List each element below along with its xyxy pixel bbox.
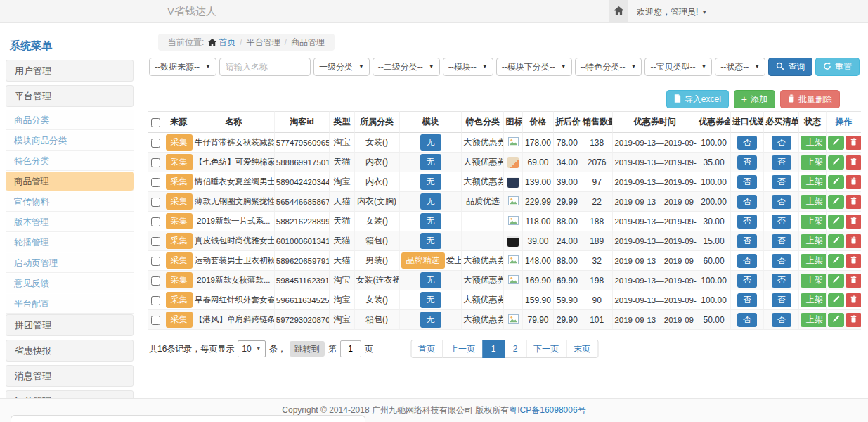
- sidebar-item-1[interactable]: 用户管理: [6, 60, 134, 82]
- edit-button[interactable]: [828, 136, 844, 150]
- import-excel-button[interactable]: 导入excel: [666, 90, 729, 108]
- name-search-input[interactable]: [219, 58, 311, 76]
- per-page-select[interactable]: 10 ▼: [238, 340, 265, 357]
- jump-page-input[interactable]: [340, 340, 361, 357]
- delete-button[interactable]: [846, 136, 861, 150]
- delete-button[interactable]: [846, 215, 861, 229]
- delete-button[interactable]: [846, 293, 861, 307]
- edit-button[interactable]: [828, 175, 844, 189]
- must-buy-toggle[interactable]: 否: [772, 293, 791, 307]
- filter-select-4[interactable]: --二级分类--▼: [373, 58, 440, 76]
- jump-to-button[interactable]: 跳转到: [290, 341, 325, 357]
- status-button[interactable]: 上架: [801, 195, 826, 209]
- query-button[interactable]: 查询: [768, 58, 812, 76]
- import-optimal-toggle[interactable]: 否: [737, 175, 757, 189]
- import-optimal-toggle[interactable]: 否: [737, 293, 757, 307]
- edit-button[interactable]: [828, 234, 844, 248]
- edit-button[interactable]: [828, 274, 844, 288]
- must-buy-toggle[interactable]: 否: [772, 175, 791, 189]
- row-checkbox[interactable]: [151, 296, 160, 305]
- user-menu[interactable]: 欢迎您，管理员! ▼: [637, 6, 707, 18]
- first-page-button[interactable]: 首页: [410, 340, 443, 358]
- edit-button[interactable]: [828, 293, 844, 307]
- sidebar-item-12[interactable]: 平台配置: [6, 294, 134, 314]
- sidebar-item-2[interactable]: 平台管理: [6, 85, 134, 107]
- import-optimal-toggle[interactable]: 否: [737, 155, 757, 170]
- filter-select-1[interactable]: --数据来源--▼: [149, 58, 216, 76]
- delete-button[interactable]: [846, 155, 861, 170]
- import-optimal-toggle[interactable]: 否: [737, 195, 757, 209]
- header-home-button[interactable]: [609, 0, 628, 22]
- row-checkbox[interactable]: [151, 276, 160, 286]
- delete-button[interactable]: [846, 274, 861, 288]
- icp-link[interactable]: 粤ICP备16098006号: [509, 404, 585, 416]
- filter-select-3[interactable]: 一级分类▼: [313, 58, 370, 76]
- edit-button[interactable]: [828, 254, 844, 268]
- delete-button[interactable]: [846, 234, 861, 248]
- delete-button[interactable]: [846, 254, 861, 268]
- must-buy-toggle[interactable]: 否: [772, 313, 791, 327]
- row-checkbox[interactable]: [151, 257, 160, 266]
- import-optimal-toggle[interactable]: 否: [737, 313, 757, 327]
- filter-select-6[interactable]: --模块下分类--▼: [496, 58, 572, 76]
- sidebar-item-14[interactable]: 省惠快报: [6, 340, 134, 362]
- filter-select-5[interactable]: --模块--▼: [443, 58, 493, 76]
- status-button[interactable]: 上架: [801, 313, 826, 327]
- must-buy-toggle[interactable]: 否: [772, 136, 791, 150]
- delete-button[interactable]: [846, 195, 861, 209]
- status-button[interactable]: 上架: [801, 274, 826, 288]
- status-button[interactable]: 上架: [801, 293, 826, 307]
- sidebar-item-7[interactable]: 宣传物料: [6, 192, 134, 212]
- row-checkbox[interactable]: [151, 139, 160, 148]
- status-button[interactable]: 上架: [801, 254, 826, 268]
- sidebar-item-5[interactable]: 特色分类: [6, 151, 134, 171]
- breadcrumb-home-link[interactable]: 首页: [208, 37, 235, 49]
- row-checkbox[interactable]: [151, 158, 160, 167]
- status-button[interactable]: 上架: [801, 175, 826, 189]
- sidebar-item-6[interactable]: 商品管理: [6, 172, 134, 191]
- sidebar-item-4[interactable]: 模块商品分类: [6, 131, 134, 151]
- import-optimal-toggle[interactable]: 否: [737, 215, 757, 229]
- sidebar-item-8[interactable]: 版本管理: [6, 212, 134, 232]
- filter-select-7[interactable]: --特色分类--▼: [575, 58, 642, 76]
- sidebar-item-3[interactable]: 商品分类: [6, 110, 134, 130]
- delete-button[interactable]: [846, 175, 861, 189]
- row-checkbox[interactable]: [151, 316, 160, 325]
- must-buy-toggle[interactable]: 否: [772, 254, 791, 268]
- batch-delete-button[interactable]: 批量删除: [780, 90, 840, 108]
- filter-select-9[interactable]: --状态--▼: [715, 58, 765, 76]
- next-page-button[interactable]: 下一页: [526, 340, 566, 358]
- sidebar-item-15[interactable]: 消息管理: [6, 365, 134, 387]
- filter-select-8[interactable]: --宝贝类型--▼: [644, 58, 712, 76]
- page-number-button[interactable]: 1: [482, 340, 505, 358]
- last-page-button[interactable]: 末页: [566, 340, 598, 358]
- add-button[interactable]: + 添加: [734, 90, 775, 108]
- row-checkbox[interactable]: [151, 217, 160, 226]
- edit-button[interactable]: [828, 313, 844, 327]
- row-checkbox[interactable]: [151, 198, 160, 207]
- edit-button[interactable]: [828, 155, 844, 170]
- sidebar-item-9[interactable]: 轮播管理: [6, 233, 134, 252]
- page-number-button[interactable]: 2: [504, 340, 526, 358]
- sidebar-item-11[interactable]: 意见反馈: [6, 274, 134, 293]
- edit-button[interactable]: [828, 195, 844, 209]
- select-all-checkbox[interactable]: [151, 118, 160, 127]
- sidebar-item-10[interactable]: 启动页管理: [6, 253, 134, 273]
- delete-button[interactable]: [846, 313, 861, 327]
- status-button[interactable]: 上架: [801, 136, 826, 150]
- import-optimal-toggle[interactable]: 否: [737, 234, 757, 248]
- must-buy-toggle[interactable]: 否: [772, 215, 791, 229]
- import-optimal-toggle[interactable]: 否: [737, 274, 757, 288]
- status-button[interactable]: 上架: [801, 234, 826, 248]
- reset-button[interactable]: 重置: [815, 58, 860, 76]
- prev-page-button[interactable]: 上一页: [442, 340, 483, 358]
- must-buy-toggle[interactable]: 否: [772, 234, 791, 248]
- must-buy-toggle[interactable]: 否: [772, 274, 791, 288]
- status-button[interactable]: 上架: [801, 215, 826, 229]
- must-buy-toggle[interactable]: 否: [772, 155, 791, 170]
- row-checkbox[interactable]: [151, 178, 160, 187]
- row-checkbox[interactable]: [151, 237, 160, 246]
- import-optimal-toggle[interactable]: 否: [737, 254, 757, 268]
- edit-button[interactable]: [828, 215, 844, 229]
- status-button[interactable]: 上架: [801, 155, 826, 170]
